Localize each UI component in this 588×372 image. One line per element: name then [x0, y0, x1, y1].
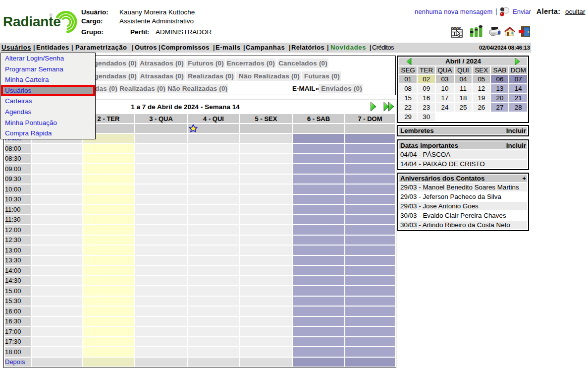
svg-text:®: ® [49, 12, 53, 18]
